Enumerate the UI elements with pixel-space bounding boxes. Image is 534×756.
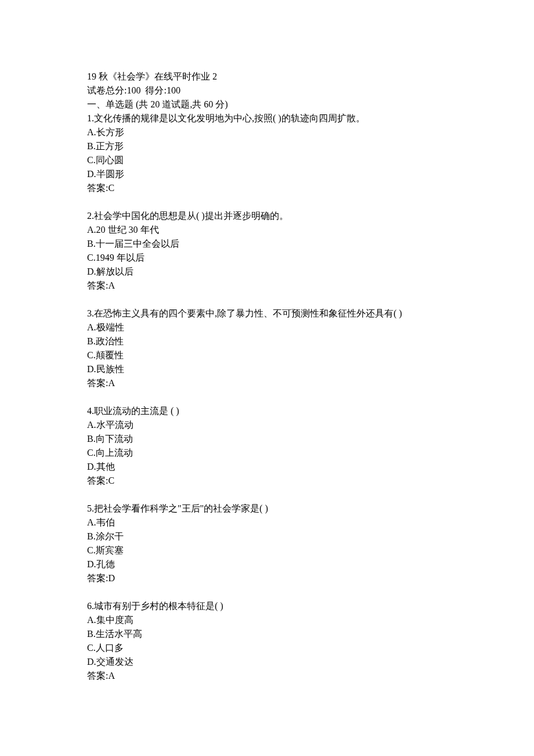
answer-line: 答案:C xyxy=(87,474,447,488)
option-c: C.斯宾塞 xyxy=(87,543,447,557)
question-block: 1.文化传播的规律是以文化发明地为中心,按照( )的轨迹向四周扩散。 A.长方形… xyxy=(87,111,447,195)
question-text: 3.在恐怖主义具有的四个要素中,除了暴力性、不可预测性和象征性外还具有( ) xyxy=(87,307,447,321)
answer-line: 答案:A xyxy=(87,669,447,683)
option-a: A.集中度高 xyxy=(87,613,447,627)
question-block: 2.社会学中国化的思想是从( )提出并逐步明确的。 A.20 世纪 30 年代 … xyxy=(87,209,447,293)
option-c: C.颠覆性 xyxy=(87,348,447,362)
question-text: 4.职业流动的主流是 ( ) xyxy=(87,404,447,418)
score-line: 试卷总分:100 得分:100 xyxy=(87,84,447,98)
question-text: 2.社会学中国化的思想是从( )提出并逐步明确的。 xyxy=(87,209,447,223)
option-b: B.生活水平高 xyxy=(87,627,447,641)
option-b: B.正方形 xyxy=(87,139,447,153)
option-d: D.交通发达 xyxy=(87,655,447,669)
option-c: C.人口多 xyxy=(87,641,447,655)
option-a: A.韦伯 xyxy=(87,516,447,530)
answer-line: 答案:C xyxy=(87,181,447,195)
question-block: 6.城市有别于乡村的根本特征是( ) A.集中度高 B.生活水平高 C.人口多 … xyxy=(87,599,447,683)
answer-line: 答案:A xyxy=(87,279,447,293)
option-d: D.孔德 xyxy=(87,557,447,571)
option-c: C.同心圆 xyxy=(87,153,447,167)
document-title: 19 秋《社会学》在线平时作业 2 xyxy=(87,70,447,84)
question-text: 6.城市有别于乡村的根本特征是( ) xyxy=(87,599,447,613)
option-c: C.1949 年以后 xyxy=(87,251,447,265)
option-a: A.20 世纪 30 年代 xyxy=(87,223,447,237)
question-text: 5.把社会学看作科学之"王后"的社会学家是( ) xyxy=(87,502,447,516)
question-block: 5.把社会学看作科学之"王后"的社会学家是( ) A.韦伯 B.涂尔干 C.斯宾… xyxy=(87,502,447,585)
option-a: A.长方形 xyxy=(87,125,447,139)
option-d: D.民族性 xyxy=(87,362,447,376)
option-a: A.极端性 xyxy=(87,321,447,334)
question-block: 3.在恐怖主义具有的四个要素中,除了暴力性、不可预测性和象征性外还具有( ) A… xyxy=(87,307,447,390)
option-c: C.向上流动 xyxy=(87,446,447,460)
answer-line: 答案:A xyxy=(87,376,447,390)
option-b: B.向下流动 xyxy=(87,432,447,446)
option-b: B.涂尔干 xyxy=(87,530,447,543)
question-text: 1.文化传播的规律是以文化发明地为中心,按照( )的轨迹向四周扩散。 xyxy=(87,111,447,125)
option-d: D.解放以后 xyxy=(87,265,447,279)
section-header: 一、单选题 (共 20 道试题,共 60 分) xyxy=(87,98,447,111)
option-a: A.水平流动 xyxy=(87,418,447,432)
option-b: B.政治性 xyxy=(87,334,447,348)
question-block: 4.职业流动的主流是 ( ) A.水平流动 B.向下流动 C.向上流动 D.其他… xyxy=(87,404,447,488)
option-d: D.其他 xyxy=(87,460,447,474)
option-d: D.半圆形 xyxy=(87,167,447,181)
option-b: B.十一届三中全会以后 xyxy=(87,237,447,251)
answer-line: 答案:D xyxy=(87,571,447,585)
